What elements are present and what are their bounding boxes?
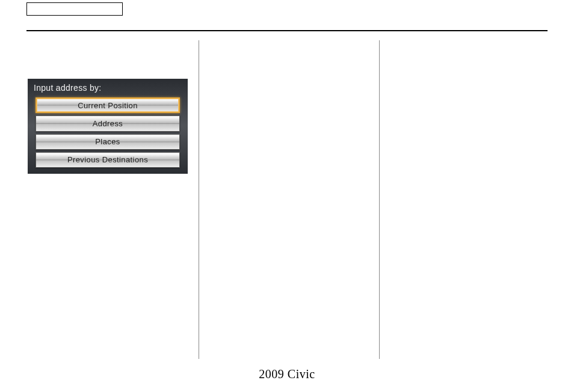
horizontal-rule (26, 30, 548, 31)
nav-btn-label: Address (93, 119, 123, 128)
nav-btn-label: Places (95, 137, 120, 146)
nav-btn-label: Current Position (78, 101, 138, 110)
nav-btn-label: Previous Destinations (67, 155, 148, 164)
footer-model-year: 2009 Civic (0, 367, 574, 381)
nav-btn-places[interactable]: Places (35, 134, 180, 150)
column-divider (199, 40, 199, 359)
nav-panel-header: Input address by: (32, 83, 183, 96)
nav-btn-previous-destinations[interactable]: Previous Destinations (35, 152, 180, 168)
nav-btn-current-position[interactable]: Current Position (35, 97, 180, 113)
nav-input-panel: Input address by: Current Position Addre… (28, 79, 188, 174)
top-box-frame (26, 2, 123, 16)
column-divider (379, 40, 380, 359)
nav-btn-address[interactable]: Address (35, 115, 180, 131)
